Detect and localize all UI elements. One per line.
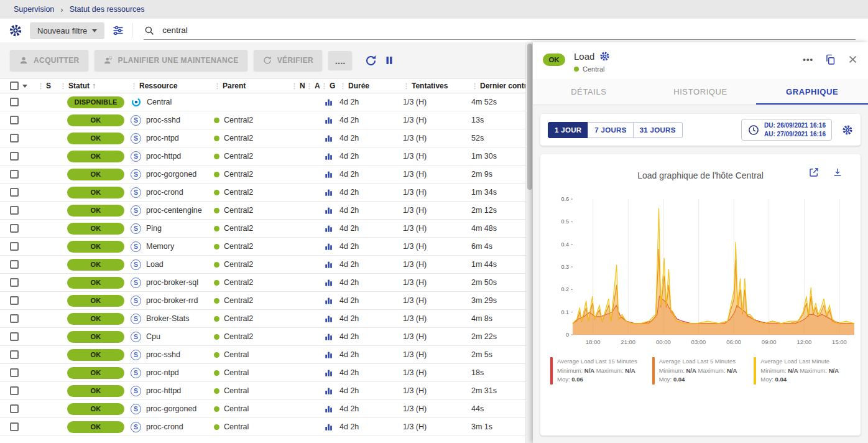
row-checkbox[interactable] bbox=[10, 368, 19, 377]
check-button[interactable]: VÉRIFIER bbox=[254, 50, 323, 71]
graph-icon[interactable] bbox=[325, 134, 333, 142]
row-checkbox[interactable] bbox=[10, 296, 19, 305]
row-checkbox[interactable] bbox=[10, 242, 19, 251]
parent-name[interactable]: Central2 bbox=[224, 242, 253, 251]
graph-icon[interactable] bbox=[325, 170, 333, 179]
column-drag-icon[interactable]: ⋮ bbox=[306, 82, 313, 90]
table-row[interactable]: OK S proc-centengine Central2 4d 2h 1/3 … bbox=[0, 202, 525, 220]
table-row[interactable]: OK S proc-broker-rrd Central2 4d 2h 1/3 … bbox=[0, 292, 525, 310]
table-row[interactable]: OK S Ping Central2 4d 2h 1/3 (H) 4m 48s bbox=[0, 220, 525, 238]
resource-name[interactable]: Cpu bbox=[146, 332, 160, 341]
plan-maintenance-button[interactable]: PLANIFIER UNE MAINTENANCE bbox=[95, 50, 247, 71]
graph-icon[interactable] bbox=[325, 278, 333, 287]
resource-name[interactable]: proc-gorgoned bbox=[146, 170, 196, 179]
graph-icon[interactable] bbox=[325, 296, 333, 305]
table-row[interactable]: OK S proc-gorgoned Central2 4d 2h 1/3 (H… bbox=[0, 166, 525, 184]
graph-icon[interactable] bbox=[325, 260, 333, 269]
row-checkbox[interactable] bbox=[10, 278, 19, 287]
row-checkbox[interactable] bbox=[10, 134, 19, 142]
table-row[interactable]: OK S proc-crond Central2 4d 2h 1/3 (H) 1… bbox=[0, 184, 525, 202]
range-31-days-button[interactable]: 31 JOURS bbox=[633, 122, 683, 138]
column-drag-icon[interactable]: ⋮ bbox=[60, 82, 67, 90]
col-severity[interactable]: S bbox=[46, 82, 51, 90]
graph-icon[interactable] bbox=[325, 98, 333, 106]
legend-item-load15[interactable]: Average Load Last 15 Minutes Minimum: N/… bbox=[550, 357, 647, 385]
table-row[interactable]: OK S proc-ntpd Central2 4d 2h 1/3 (H) 52… bbox=[0, 129, 525, 147]
row-checkbox[interactable] bbox=[10, 98, 19, 106]
resource-name[interactable]: proc-broker-sql bbox=[146, 278, 198, 287]
graph-icon[interactable] bbox=[325, 152, 333, 161]
select-all-checkbox[interactable] bbox=[10, 82, 19, 90]
legend-item-load5[interactable]: Average Load Last 5 Minutes Minimum: N/A… bbox=[652, 357, 749, 385]
load-chart[interactable]: 18:0021:0000:0003:0006:0009:0012:0015:00… bbox=[545, 194, 856, 351]
row-checkbox[interactable] bbox=[10, 386, 19, 395]
parent-name[interactable]: Central2 bbox=[224, 314, 253, 323]
col-notification[interactable]: N bbox=[300, 82, 305, 90]
row-checkbox[interactable] bbox=[10, 206, 19, 215]
custom-period-button[interactable]: DU: 26/09/2021 16:16 AU: 27/09/2021 16:1… bbox=[741, 119, 832, 141]
resource-name[interactable]: proc-sshd bbox=[146, 350, 180, 359]
parent-name[interactable]: Central bbox=[224, 404, 249, 413]
resource-name[interactable]: Memory bbox=[146, 242, 174, 251]
graph-icon[interactable] bbox=[325, 314, 333, 323]
row-checkbox[interactable] bbox=[10, 404, 19, 413]
resource-name[interactable]: proc-ntpd bbox=[146, 368, 179, 377]
copy-link-icon[interactable] bbox=[824, 54, 836, 65]
parent-name[interactable]: Central bbox=[224, 386, 249, 395]
row-checkbox[interactable] bbox=[10, 116, 19, 124]
col-duration[interactable]: Durée bbox=[348, 82, 369, 90]
acknowledge-button[interactable]: ACQUITTER bbox=[10, 50, 88, 71]
pause-button[interactable] bbox=[384, 55, 395, 66]
col-graph[interactable]: G bbox=[330, 82, 335, 90]
column-drag-icon[interactable]: ⋮ bbox=[291, 82, 298, 90]
parent-name[interactable]: Central2 bbox=[224, 134, 253, 142]
resource-name[interactable]: proc-httpd bbox=[146, 386, 181, 395]
breadcrumb-resource-status[interactable]: Statut des ressources bbox=[70, 5, 145, 14]
column-drag-icon[interactable]: ⋮ bbox=[339, 82, 346, 90]
parent-name[interactable]: Central2 bbox=[224, 152, 253, 161]
table-row[interactable]: OK S proc-httpd Central2 4d 2h 1/3 (H) 1… bbox=[0, 147, 525, 166]
range-7-days-button[interactable]: 7 JOURS bbox=[588, 122, 633, 138]
parent-name[interactable]: Central2 bbox=[224, 116, 253, 124]
parent-name[interactable]: Central2 bbox=[224, 170, 253, 179]
parent-name[interactable]: Central2 bbox=[224, 224, 253, 233]
tab-history[interactable]: HISTORIQUE bbox=[645, 79, 757, 105]
table-row[interactable]: DISPONIBLE S Central 4d 2h 1/3 (H) 4m 52… bbox=[0, 93, 525, 111]
tab-graph[interactable]: GRAPHIQUE bbox=[756, 79, 868, 105]
table-row[interactable]: OK S proc-httpd Central 4d 2h 1/3 (H) 2m… bbox=[0, 382, 525, 400]
parent-name[interactable]: Central2 bbox=[224, 278, 253, 287]
breadcrumb-supervision[interactable]: Supervision bbox=[14, 5, 54, 14]
graph-icon[interactable] bbox=[325, 386, 333, 395]
row-checkbox[interactable] bbox=[10, 224, 19, 233]
column-drag-icon[interactable]: ⋮ bbox=[321, 82, 328, 90]
graph-icon[interactable] bbox=[325, 242, 333, 251]
resource-name[interactable]: proc-gorgoned bbox=[146, 404, 196, 413]
resource-name[interactable]: Broker-Stats bbox=[146, 314, 189, 323]
table-row[interactable]: OK S Cpu Central2 4d 2h 1/3 (H) 2m 22s bbox=[0, 328, 525, 346]
graph-icon[interactable] bbox=[325, 368, 333, 377]
parent-name[interactable]: Central bbox=[224, 422, 249, 431]
close-icon[interactable] bbox=[847, 54, 858, 65]
row-checkbox[interactable] bbox=[10, 152, 19, 161]
row-checkbox[interactable] bbox=[10, 422, 19, 431]
panel-more-icon[interactable]: ••• bbox=[803, 55, 813, 64]
row-checkbox[interactable] bbox=[10, 260, 19, 269]
resource-name[interactable]: proc-sshd bbox=[146, 116, 180, 124]
row-checkbox[interactable] bbox=[10, 350, 19, 359]
row-checkbox[interactable] bbox=[10, 170, 19, 179]
col-last-check[interactable]: Dernier contrôle bbox=[480, 82, 525, 90]
filter-tune-button[interactable] bbox=[112, 24, 124, 37]
legend-item-load1[interactable]: Average Load Last Minute Minimum: N/A Ma… bbox=[754, 357, 851, 385]
graph-settings-gear-icon[interactable] bbox=[842, 124, 853, 136]
resource-name[interactable]: Load bbox=[146, 260, 164, 269]
resource-name[interactable]: proc-httpd bbox=[146, 152, 181, 161]
resource-name[interactable]: Ping bbox=[146, 224, 162, 233]
graph-icon[interactable] bbox=[325, 350, 333, 359]
parent-name[interactable]: Central2 bbox=[224, 332, 253, 341]
column-drag-icon[interactable]: ⋮ bbox=[214, 82, 221, 90]
resource-name[interactable]: proc-broker-rrd bbox=[146, 296, 198, 305]
vertical-scrollbar[interactable] bbox=[525, 42, 533, 443]
column-drag-icon[interactable]: ⋮ bbox=[471, 82, 478, 90]
resource-name[interactable]: proc-centengine bbox=[146, 206, 202, 215]
column-drag-icon[interactable]: ⋮ bbox=[131, 82, 137, 90]
